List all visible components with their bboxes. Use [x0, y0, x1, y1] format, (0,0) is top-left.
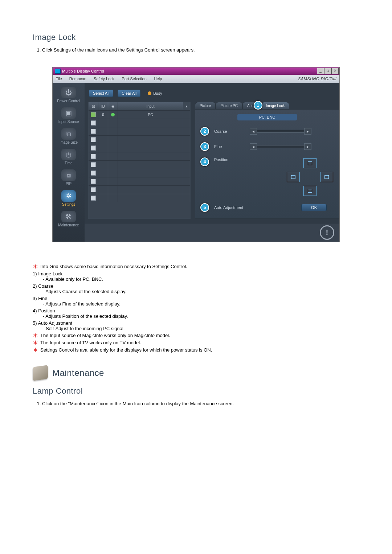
sidebar: ⏻ Power Control ▣ Input Source ⧉ Image S…	[53, 83, 85, 242]
tab-image-lock[interactable]: 1 Image Lock	[261, 102, 290, 109]
row-checkbox[interactable]	[91, 154, 96, 159]
sidebar-item-settings[interactable]: ✲ Settings	[53, 189, 85, 208]
grid-header-status[interactable]: ◉	[108, 102, 118, 110]
menubar: File Remocon Safety Lock Port Selection …	[53, 75, 339, 83]
callout-5: 5	[200, 203, 209, 212]
pip-icon: ⧈	[61, 169, 76, 181]
position-label: Position	[214, 157, 247, 162]
select-all-button[interactable]: Select All	[89, 90, 113, 97]
table-row	[89, 169, 190, 177]
statusbar: !	[85, 223, 339, 242]
image-lock-heading: Image Lock	[33, 33, 359, 42]
note-settings-on: Settings Control is available only for t…	[40, 347, 212, 353]
status-dot-icon	[111, 113, 115, 116]
power-icon: ⏻	[61, 87, 76, 98]
image-size-icon: ⧉	[61, 128, 76, 140]
restore-button[interactable]: □	[324, 68, 331, 74]
callout-4: 4	[200, 157, 209, 166]
menu-help[interactable]: Help	[154, 77, 162, 81]
row-checkbox[interactable]	[91, 137, 96, 142]
ok-button[interactable]: OK	[301, 204, 327, 211]
note-1-sub: - Available only for PC, BNC.	[43, 276, 359, 282]
row-checkbox[interactable]	[91, 112, 96, 117]
brand: SAMSUNG DIGITall	[298, 77, 336, 81]
note-tv: The Input source of TV works only on TV …	[40, 340, 141, 345]
table-row	[89, 135, 190, 144]
note-2-head: 2) Coarse	[33, 283, 359, 289]
menu-file[interactable]: File	[56, 77, 62, 81]
menu-port-selection[interactable]: Port Selection	[122, 77, 146, 81]
note-5-head: 5) Auto Adjustment	[33, 320, 359, 326]
note-info-grid: Info Grid shows some basic information n…	[40, 264, 187, 269]
slider-inc-icon[interactable]: ►	[304, 128, 311, 135]
coarse-label: Coarse	[214, 129, 247, 134]
callout-3: 3	[200, 142, 209, 151]
clear-all-button[interactable]: Clear All	[118, 90, 140, 97]
table-row[interactable]: 0 PC	[89, 110, 190, 119]
position-right-button[interactable]	[320, 172, 333, 182]
app-icon	[55, 69, 61, 74]
coarse-slider[interactable]: ◄ ►	[250, 128, 311, 135]
auto-adjust-label: Auto Adjustment	[214, 205, 258, 210]
sidebar-item-maintenance[interactable]: 🛠 Maintenance	[53, 209, 85, 229]
maintenance-icon: 🛠	[61, 211, 76, 222]
titlebar: Multiple Display Control _ □ ✕	[53, 67, 339, 75]
sidebar-item-image-size[interactable]: ⧉ Image Size	[53, 127, 85, 146]
row-input: PC	[118, 111, 183, 119]
note-2-sub: - Adjusts Coarse of the selected display…	[43, 289, 359, 294]
grid-header-input[interactable]: Input	[118, 102, 183, 110]
row-checkbox[interactable]	[91, 187, 96, 192]
note-4-head: 4) Position	[33, 308, 359, 313]
app-title: Multiple Display Control	[62, 69, 104, 73]
app-window: Multiple Display Control _ □ ✕ File Remo…	[52, 67, 340, 242]
note-3-sub: - Adjusts Fine of the selected display.	[43, 301, 359, 307]
tab-picture[interactable]: Picture	[195, 102, 216, 109]
row-checkbox[interactable]	[91, 120, 96, 126]
minimize-button[interactable]: _	[317, 68, 324, 74]
position-up-button[interactable]	[303, 158, 317, 168]
table-row	[89, 152, 190, 160]
close-button[interactable]: ✕	[331, 68, 339, 74]
row-checkbox[interactable]	[91, 162, 96, 167]
star-icon: ✶	[33, 333, 38, 338]
position-left-button[interactable]	[287, 172, 300, 182]
menu-safety-lock[interactable]: Safety Lock	[94, 77, 114, 81]
sidebar-item-power[interactable]: ⏻ Power Control	[53, 85, 85, 104]
row-checkbox[interactable]	[91, 179, 96, 184]
position-down-button[interactable]	[303, 186, 317, 196]
note-magicinfo: The Input source of MagicInfo works only…	[40, 333, 170, 338]
table-row	[89, 119, 190, 127]
table-row	[89, 194, 190, 202]
slider-dec-icon[interactable]: ◄	[250, 143, 257, 150]
sidebar-item-time[interactable]: ◷ Time	[53, 147, 85, 167]
row-id: 0	[98, 111, 108, 119]
sidebar-item-pip[interactable]: ⧈ PIP	[53, 168, 85, 187]
callout-2: 2	[200, 127, 209, 136]
alert-icon: !	[320, 225, 334, 240]
grid-header-check[interactable]: ☑	[89, 102, 98, 110]
table-row	[89, 127, 190, 135]
maintenance-heading: Maintenance	[52, 368, 104, 378]
step-1-text: Click Settings of the main icons and the…	[42, 47, 359, 53]
slider-dec-icon[interactable]: ◄	[250, 128, 257, 135]
time-icon: ◷	[61, 149, 76, 160]
row-checkbox[interactable]	[91, 145, 96, 151]
slider-inc-icon[interactable]: ►	[304, 143, 311, 150]
fine-slider[interactable]: ◄ ►	[250, 143, 311, 150]
note-1-head: 1) Image Lock	[33, 271, 359, 276]
menu-remocon[interactable]: Remocon	[69, 77, 86, 81]
row-checkbox[interactable]	[91, 196, 96, 201]
row-checkbox[interactable]	[91, 129, 96, 134]
input-source-icon: ▣	[61, 107, 76, 119]
grid-header-id[interactable]: ID	[98, 102, 108, 110]
position-pad	[286, 157, 334, 197]
tab-picture-pc[interactable]: Picture PC	[216, 102, 242, 109]
grid-scroll-up[interactable]: ▲	[183, 102, 190, 110]
sidebar-item-input-source[interactable]: ▣ Input Source	[53, 106, 85, 125]
note-3-head: 3) Fine	[33, 296, 359, 301]
row-checkbox[interactable]	[91, 171, 96, 176]
busy-indicator: Busy	[148, 91, 162, 95]
star-icon: ✶	[33, 264, 38, 270]
star-icon: ✶	[33, 340, 38, 346]
info-grid: ☑ ID ◉ Input ▲ 0 PC	[88, 102, 191, 219]
